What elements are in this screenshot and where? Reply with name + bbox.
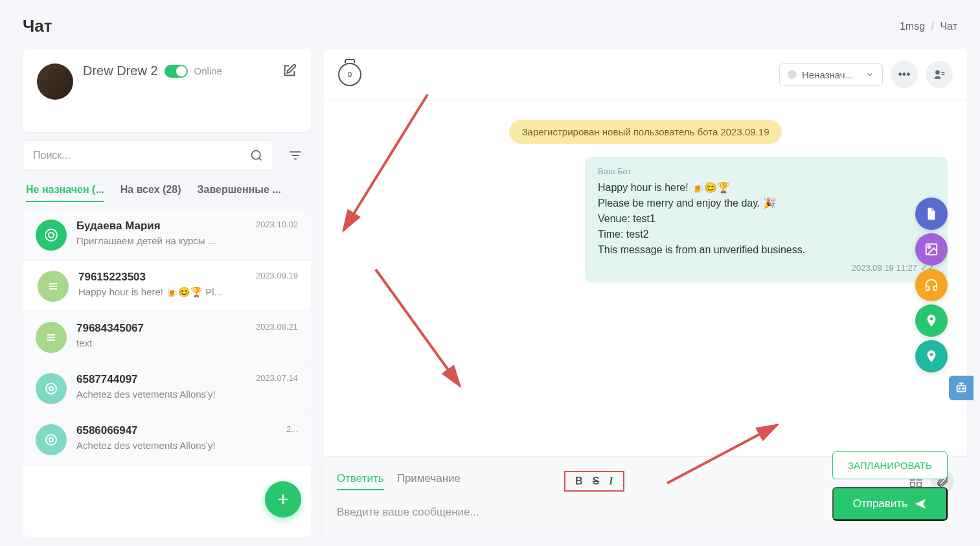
chat-date: 2023.08.21 <box>256 322 298 332</box>
chat-date: 2023.09.19 <box>256 271 298 280</box>
contact-button[interactable] <box>926 61 953 88</box>
search-icon[interactable] <box>250 149 263 162</box>
audio-button[interactable] <box>915 269 948 301</box>
chat-preview: Приглашаем детей на курсы ... <box>76 235 298 246</box>
action-bubbles <box>915 198 948 372</box>
contact-icon <box>933 68 946 81</box>
filter-icon <box>288 148 302 163</box>
search-box <box>23 140 273 171</box>
chat-preview: text <box>76 337 298 348</box>
breadcrumb-current: Чат <box>940 21 957 32</box>
schedule-button[interactable]: ЗАПЛАНИРОВАТЬ <box>832 451 948 479</box>
svg-point-7 <box>49 387 53 391</box>
location-button[interactable] <box>915 304 948 337</box>
svg-point-0 <box>252 151 260 159</box>
robot-icon <box>954 381 968 395</box>
chat-item[interactable]: Будаева Мария Приглашаем детей на курсы … <box>23 210 311 261</box>
assign-status-dot <box>788 70 797 79</box>
assign-label: Неназнач... <box>802 69 860 80</box>
user-name: Drew Drew 2 <box>83 63 158 78</box>
sync-icon <box>43 227 59 243</box>
chevron-down-icon <box>865 70 874 79</box>
svg-point-5 <box>49 233 54 238</box>
tab-note[interactable]: Примечание <box>397 472 461 490</box>
page-title: Чат <box>23 16 52 36</box>
image-button[interactable] <box>915 233 948 266</box>
chat-preview: Happy hour is here! 🍺😊🏆 Pl... <box>78 286 298 298</box>
filter-button[interactable] <box>280 140 311 171</box>
online-toggle[interactable] <box>165 65 188 78</box>
chat-avatar <box>38 271 69 302</box>
message-bubble: Ваш Бот Happy hour is here! 🍺😊🏆 Please b… <box>585 157 948 282</box>
message-sender: Ваш Бот <box>598 166 935 176</box>
svg-point-10 <box>935 70 940 74</box>
bold-button[interactable]: B <box>575 475 583 487</box>
svg-point-9 <box>49 438 53 442</box>
image-icon <box>924 242 939 256</box>
chat-name: 6586066947 <box>76 424 298 437</box>
svg-point-25 <box>959 388 960 389</box>
chat-avatar <box>36 373 67 404</box>
svg-rect-11 <box>941 72 944 73</box>
status-text: Online <box>194 65 222 76</box>
more-button[interactable]: ••• <box>891 61 918 88</box>
chat-item[interactable]: 79684345067 text 2023.08.21 <box>23 312 311 363</box>
chat-date: 2023.10.02 <box>256 220 298 229</box>
timer-button[interactable]: 0 <box>338 63 361 86</box>
breadcrumb-separator: / <box>931 21 934 32</box>
document-button[interactable] <box>915 198 948 230</box>
tag-button[interactable] <box>915 340 948 372</box>
at-icon <box>43 432 59 448</box>
breadcrumb-root[interactable]: 1msg <box>900 21 925 32</box>
chat-header: 0 Неназнач... ••• <box>324 49 967 100</box>
svg-point-16 <box>930 353 933 356</box>
breadcrumb: 1msg / Чат <box>900 21 957 32</box>
avatar[interactable] <box>37 63 73 100</box>
chat-messages: Зарегистрирован новый пользователь бота … <box>324 100 967 456</box>
new-chat-button[interactable]: + <box>265 481 301 518</box>
plus-icon: + <box>277 488 289 510</box>
robot-assistant-button[interactable] <box>949 376 974 400</box>
chat-avatar <box>36 220 67 251</box>
strikethrough-button[interactable]: S <box>593 475 600 487</box>
chat-item[interactable]: 6586066947 Achetez des vetements Allons'… <box>23 415 311 466</box>
dots-icon: ••• <box>898 68 911 82</box>
chat-list: Будаева Мария Приглашаем детей на курсы … <box>23 210 311 537</box>
tab-reply[interactable]: Ответить <box>337 472 384 490</box>
edit-icon[interactable] <box>282 63 297 78</box>
send-button[interactable]: Отправить <box>832 487 948 521</box>
chat-avatar <box>36 322 67 353</box>
user-card: Drew Drew 2 Online <box>23 49 311 132</box>
tab-unassigned[interactable]: Не назначен (... <box>26 179 104 202</box>
svg-point-14 <box>928 246 931 249</box>
chat-item[interactable]: 79615223503 Happy hour is here! 🍺😊🏆 Pl..… <box>23 261 311 312</box>
svg-point-4 <box>45 229 57 241</box>
tag-icon <box>924 349 939 363</box>
pin-icon <box>924 313 939 328</box>
svg-point-8 <box>46 435 56 445</box>
italic-button[interactable]: I <box>609 475 613 487</box>
chat-date: 2023.07.14 <box>256 373 298 383</box>
message-timestamp: 2023.09.19 11:27 ✓✓ <box>598 263 935 273</box>
svg-point-26 <box>963 388 964 389</box>
tab-all[interactable]: На всех (28) <box>120 179 181 202</box>
timer-value: 0 <box>348 71 352 78</box>
assign-select[interactable]: Неназнач... <box>779 63 883 86</box>
layers-icon <box>43 330 59 345</box>
format-toolbar: B S I <box>564 471 624 492</box>
svg-point-6 <box>46 383 56 394</box>
message-text: Happy hour is here! 🍺😊🏆 Please be merry … <box>598 180 935 258</box>
chat-avatar <box>36 424 67 455</box>
chat-preview: Achetez des vetements Allons'y! <box>76 440 298 451</box>
search-input[interactable] <box>33 150 250 161</box>
at-icon <box>43 381 59 396</box>
svg-rect-12 <box>941 74 944 75</box>
headphones-icon <box>924 278 939 292</box>
send-label: Отправить <box>853 497 907 510</box>
chat-preview: Achetez des vetements Allons'y! <box>76 389 298 400</box>
system-message: Зарегистрирован новый пользователь бота … <box>509 120 782 144</box>
tab-completed[interactable]: Завершенные ... <box>197 179 280 202</box>
send-icon <box>914 497 927 510</box>
chat-item[interactable]: 6587744097 Achetez des vetements Allons'… <box>23 363 311 415</box>
document-icon <box>924 207 939 221</box>
